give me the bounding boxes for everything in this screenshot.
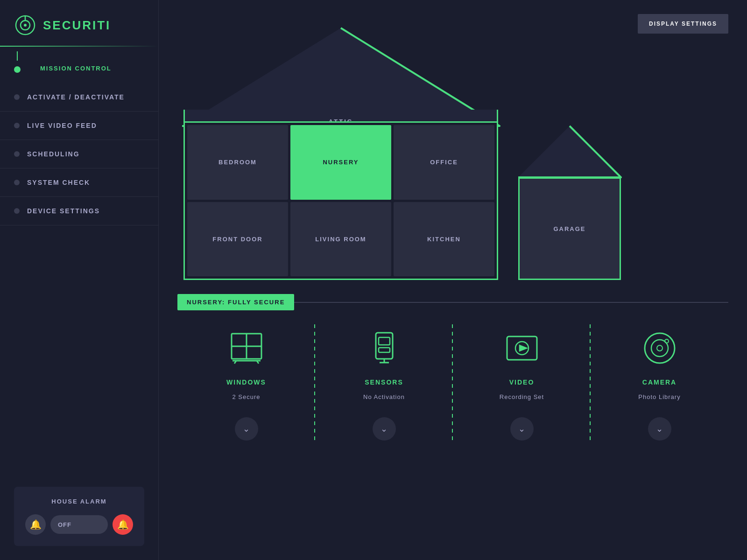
alarm-bell-on-icon[interactable]: 🔔 xyxy=(113,514,133,535)
nav-label-activate: ACTIVATE / DEACTIVATE xyxy=(27,93,125,101)
alarm-title: HOUSE ALARM xyxy=(25,498,133,505)
sidebar-item-system-check[interactable]: SYSTEM CHECK xyxy=(0,168,158,197)
mission-control-label: MISSION CONTROL xyxy=(26,58,126,72)
sidebar-item-scheduling[interactable]: SCHEDULING xyxy=(0,140,158,168)
sensors-title: SENSORS xyxy=(365,378,403,386)
main-house: ATTIC BEDROOM NURSERY OFFICE FRONT DOOR xyxy=(177,19,504,280)
security-items: WINDOWS 2 Secure ⌄ SENSORS No Activation xyxy=(177,324,728,441)
svg-rect-10 xyxy=(376,333,393,359)
alarm-section: HOUSE ALARM 🔔 OFF 🔔 xyxy=(14,487,144,546)
svg-point-20 xyxy=(657,345,662,351)
camera-expand-button[interactable]: ⌄ xyxy=(648,417,671,441)
windows-title: WINDOWS xyxy=(226,378,266,386)
nav-dot-system-check xyxy=(14,180,20,185)
room-bedroom[interactable]: BEDROOM xyxy=(187,125,288,200)
camera-subtitle: Photo Library xyxy=(638,393,680,400)
video-icon-wrapper xyxy=(499,324,545,371)
svg-marker-17 xyxy=(520,345,527,351)
garage-roof-svg xyxy=(514,121,626,182)
nav-dot-live-video xyxy=(14,123,20,128)
alarm-off-label: OFF xyxy=(58,521,71,528)
camera-icon-wrapper xyxy=(636,324,683,371)
logo-icon xyxy=(14,14,36,36)
nav-label-scheduling: SCHEDULING xyxy=(27,150,80,158)
sensors-expand-button[interactable]: ⌄ xyxy=(373,417,396,441)
alarm-toggle-row: 🔔 OFF 🔔 xyxy=(25,514,133,535)
sidebar-item-device-settings[interactable]: DEVICE SETTINGS xyxy=(0,197,158,225)
garage-area: GARAGE xyxy=(514,121,626,280)
windows-expand-button[interactable]: ⌄ xyxy=(235,417,258,441)
video-title: VIDEO xyxy=(509,378,535,386)
svg-rect-12 xyxy=(379,348,390,352)
logo-area: SECURITI xyxy=(0,0,158,46)
security-item-windows: WINDOWS 2 Secure ⌄ xyxy=(177,324,315,441)
status-line xyxy=(294,302,728,303)
svg-point-2 xyxy=(24,24,27,27)
nav-label-live-video: LIVE VIDEO FEED xyxy=(27,122,97,129)
alarm-toggle[interactable]: OFF xyxy=(50,515,108,534)
sensors-icon xyxy=(366,329,403,366)
garage-label: GARAGE xyxy=(553,225,585,232)
windows-icon-wrapper xyxy=(223,324,270,371)
security-item-camera: CAMERA Photo Library ⌄ xyxy=(591,324,728,441)
status-badge: NURSERY: FULLY SECURE xyxy=(177,294,294,310)
status-header: NURSERY: FULLY SECURE xyxy=(177,294,728,310)
svg-point-21 xyxy=(665,339,669,343)
camera-icon xyxy=(641,329,678,366)
room-front-door[interactable]: FRONT DOOR xyxy=(187,202,288,277)
main-content: DISPLAY SETTINGS ATTIC BEDROOM NURSERY xyxy=(159,0,747,560)
room-kitchen[interactable]: KITCHEN xyxy=(394,202,494,277)
nav-label-device-settings: DEVICE SETTINGS xyxy=(27,207,100,215)
sidebar-item-live-video[interactable]: LIVE VIDEO FEED xyxy=(0,112,158,140)
alarm-bell-off-icon: 🔔 xyxy=(25,514,46,535)
svg-point-18 xyxy=(645,333,675,363)
camera-title: CAMERA xyxy=(642,378,677,386)
nav-label-system-check: SYSTEM CHECK xyxy=(27,179,90,186)
sidebar: SECURITI MISSION CONTROL ACTIVATE / DEAC… xyxy=(0,0,159,560)
nav-dot-scheduling xyxy=(14,151,20,157)
sidebar-item-activate[interactable]: ACTIVATE / DEACTIVATE xyxy=(0,83,158,112)
nav-items: ACTIVATE / DEACTIVATE LIVE VIDEO FEED SC… xyxy=(0,83,158,473)
house-map-area: ATTIC BEDROOM NURSERY OFFICE FRONT DOOR xyxy=(177,19,728,280)
status-section: NURSERY: FULLY SECURE WINDOWS xyxy=(177,294,728,441)
display-settings-button[interactable]: DISPLAY SETTINGS xyxy=(638,14,728,34)
video-expand-button[interactable]: ⌄ xyxy=(510,417,534,441)
room-grid: BEDROOM NURSERY OFFICE FRONT DOOR LIVING… xyxy=(183,121,498,280)
sensors-icon-wrapper xyxy=(361,324,408,371)
windows-icon xyxy=(228,329,265,366)
room-nursery[interactable]: NURSERY xyxy=(290,125,391,200)
video-icon xyxy=(503,329,541,366)
room-office[interactable]: OFFICE xyxy=(394,125,494,200)
app-title: SECURITI xyxy=(43,18,111,33)
mission-control-dot xyxy=(14,66,21,73)
svg-rect-11 xyxy=(379,337,390,345)
security-item-video: VIDEO Recording Set ⌄ xyxy=(453,324,591,441)
sensors-subtitle: No Activation xyxy=(363,393,405,400)
room-garage[interactable]: GARAGE xyxy=(518,177,621,280)
room-living-room[interactable]: LIVING ROOM xyxy=(290,202,391,277)
nav-dot-device-settings xyxy=(14,208,20,214)
windows-subtitle: 2 Secure xyxy=(232,393,260,400)
video-subtitle: Recording Set xyxy=(500,393,544,400)
security-item-sensors: SENSORS No Activation ⌄ xyxy=(315,324,453,441)
nav-dot-activate xyxy=(14,94,20,100)
